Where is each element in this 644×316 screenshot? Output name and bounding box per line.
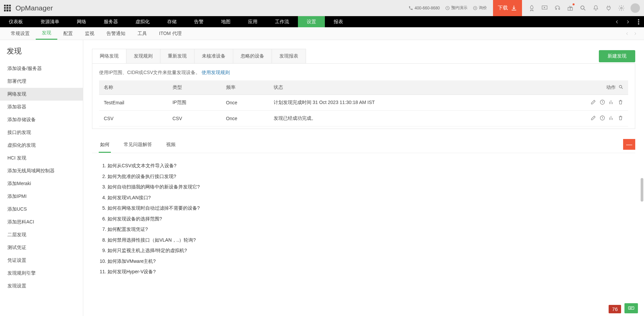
sidebar-item-16[interactable]: 发现规则引擎 xyxy=(0,267,83,280)
help-tab-1[interactable]: 常见问题解答 xyxy=(122,138,153,153)
download-button[interactable]: 下载 xyxy=(493,0,522,16)
sidebar-item-10[interactable]: 添加IPMI xyxy=(0,190,83,203)
help-link[interactable]: 如何添加VMware主机? xyxy=(108,258,156,264)
gift-icon[interactable] xyxy=(564,0,576,16)
bell-icon[interactable] xyxy=(590,0,602,16)
new-discovery-button[interactable]: 新建发现 xyxy=(599,50,635,62)
chart-icon[interactable] xyxy=(609,99,614,105)
headset-icon[interactable] xyxy=(552,0,563,16)
sidebar-item-8[interactable]: 添加无线局域网控制器 xyxy=(0,165,83,177)
scrollbar-thumb[interactable] xyxy=(641,178,643,202)
edit-icon[interactable] xyxy=(590,99,596,105)
sidebar-item-15[interactable]: 凭证设置 xyxy=(0,254,83,267)
main-nav-item-3[interactable]: 服务器 xyxy=(95,16,127,27)
help-link[interactable]: 如何从CSV或文本文件导入设备? xyxy=(108,163,177,168)
sub-nav-item-1[interactable]: 发现 xyxy=(36,27,57,40)
table-row[interactable]: TestEmailIP范围Once计划发现完成时间 31 Oct 2023 11… xyxy=(99,95,628,111)
main-nav-item-8[interactable]: 应用 xyxy=(239,16,266,27)
help-link[interactable]: 如何配置发现凭证? xyxy=(108,226,148,232)
sidebar-item-2[interactable]: 网络发现 xyxy=(0,88,83,101)
main-nav-item-4[interactable]: 虚拟化 xyxy=(127,16,158,27)
apps-grid-icon[interactable] xyxy=(4,5,11,11)
sub-nav-item-2[interactable]: 配置 xyxy=(57,27,79,40)
discovery-panel: 使用IP范围、CIDR或CSV文件来批量发现设备。 使用发现规则 名称类型频率状… xyxy=(92,63,635,129)
main-nav-item-6[interactable]: 告警 xyxy=(185,16,212,27)
content-tabs: 网络发现发现规则重新发现未核准设备忽略的设备发现报表 xyxy=(92,49,306,63)
sidebar-item-6[interactable]: 虚拟化的发现 xyxy=(0,139,83,152)
sidebar-item-5[interactable]: 接口的发现 xyxy=(0,126,83,139)
alert-count-badge[interactable]: 76 xyxy=(609,305,621,313)
sidebar-item-13[interactable]: 二层发现 xyxy=(0,229,83,241)
rocket-icon[interactable] xyxy=(526,0,538,16)
sub-nav-item-3[interactable]: 监视 xyxy=(79,27,100,40)
sub-nav-item-4[interactable]: 告警通知 xyxy=(100,27,131,40)
main-nav-item-11[interactable]: 报表 xyxy=(325,16,352,27)
subnav-prev[interactable] xyxy=(623,32,631,36)
demo-link[interactable]: 预约演示 xyxy=(443,5,469,11)
content-tab-3[interactable]: 未核准设备 xyxy=(194,49,233,63)
content-tab-2[interactable]: 重新发现 xyxy=(160,49,194,63)
sidebar-item-0[interactable]: 添加设备/服务器 xyxy=(0,62,83,75)
chart-icon[interactable] xyxy=(609,115,614,121)
sidebar-item-11[interactable]: 添加UCS xyxy=(0,203,83,216)
hint-text: 使用IP范围、CIDR或CSV文件来批量发现设备。 使用发现规则 xyxy=(99,70,628,76)
edit-icon[interactable] xyxy=(590,115,596,121)
sub-nav-item-5[interactable]: 工具 xyxy=(131,27,153,40)
settings-icon[interactable] xyxy=(616,0,627,16)
sidebar-item-7[interactable]: HCI 发现 xyxy=(0,152,83,165)
brand-title: OpManager xyxy=(16,4,53,12)
help-link[interactable]: 如何自动扫描我的网络中的新设备并发现它? xyxy=(108,184,200,189)
sub-nav-item-6[interactable]: ITOM 代理 xyxy=(153,27,188,40)
content-tab-1[interactable]: 发现规则 xyxy=(126,49,160,63)
help-link[interactable]: 如何发现设备的选择范围? xyxy=(108,216,162,221)
sidebar-item-14[interactable]: 测试凭证 xyxy=(0,241,83,254)
main-nav-item-9[interactable]: 工作流 xyxy=(266,16,298,27)
presentation-icon[interactable] xyxy=(539,0,550,16)
table-search-icon[interactable] xyxy=(618,84,623,91)
help-link[interactable]: 如何在网络发现时自动过滤掉不需要的设备? xyxy=(108,205,200,211)
help-item: 如何添加VMware主机? xyxy=(108,256,628,267)
phone-contact[interactable]: 400-660-8680 xyxy=(406,6,442,10)
content-tab-0[interactable]: 网络发现 xyxy=(92,49,126,63)
sidebar-item-4[interactable]: 添加存储设备 xyxy=(0,113,83,126)
hint-link[interactable]: 使用发现规则 xyxy=(202,70,230,75)
help-section: 如何常见问题解答视频 — 如何从CSV或文本文件导入设备?如何为批准的设备执行接… xyxy=(92,138,635,284)
main-nav-item-7[interactable]: 地图 xyxy=(212,16,239,27)
help-link[interactable]: 如何发现VLAN接口? xyxy=(108,195,151,200)
collapse-button[interactable]: — xyxy=(623,139,635,150)
nav-more[interactable] xyxy=(633,16,644,27)
help-tab-2[interactable]: 视频 xyxy=(165,138,177,153)
sidebar-item-1[interactable]: 部署代理 xyxy=(0,75,83,88)
table-row[interactable]: CSVCSVOnce发现已经成功完成。 xyxy=(99,111,628,127)
sidebar-item-9[interactable]: 添加Meraki xyxy=(0,177,83,190)
quote-link[interactable]: $ 询价 xyxy=(471,5,489,11)
sidebar-item-17[interactable]: 发现设置 xyxy=(0,280,83,292)
main-nav-item-10[interactable]: 设置 xyxy=(298,16,325,27)
sidebar-item-3[interactable]: 添加容器 xyxy=(0,101,83,113)
search-icon[interactable] xyxy=(577,0,589,16)
sub-nav-item-0[interactable]: 常规设置 xyxy=(5,27,36,40)
svg-point-8 xyxy=(638,21,639,23)
user-avatar[interactable] xyxy=(631,3,640,13)
main-nav-item-0[interactable]: 仪表板 xyxy=(0,16,32,27)
plug-icon[interactable] xyxy=(603,0,614,16)
clock-icon[interactable] xyxy=(600,99,605,105)
sidebar-item-12[interactable]: 添加思科ACI xyxy=(0,216,83,229)
clock-icon[interactable] xyxy=(600,115,605,121)
help-link[interactable]: 如何为批准的设备执行接口发现? xyxy=(108,174,176,179)
help-link[interactable]: 如何只监视主机上选择/特定的虚拟机? xyxy=(108,248,187,253)
help-tab-0[interactable]: 如何 xyxy=(99,138,111,153)
help-link[interactable]: 如何禁用选择性接口（如VLAN，..）轮询? xyxy=(108,237,196,243)
delete-icon[interactable] xyxy=(618,99,623,105)
help-link[interactable]: 如何发现Hyper-V设备? xyxy=(108,269,156,274)
nav-prev[interactable] xyxy=(612,16,622,27)
content-tab-4[interactable]: 忽略的设备 xyxy=(233,49,272,63)
delete-icon[interactable] xyxy=(618,115,623,121)
main-nav-item-5[interactable]: 存储 xyxy=(158,16,185,27)
content-tab-5[interactable]: 发现报表 xyxy=(272,49,306,63)
subnav-next[interactable] xyxy=(631,32,639,36)
main-nav-item-2[interactable]: 网络 xyxy=(68,16,95,27)
main-nav-item-1[interactable]: 资源清单 xyxy=(32,16,68,27)
chat-button[interactable] xyxy=(624,303,638,313)
nav-next[interactable] xyxy=(622,16,633,27)
